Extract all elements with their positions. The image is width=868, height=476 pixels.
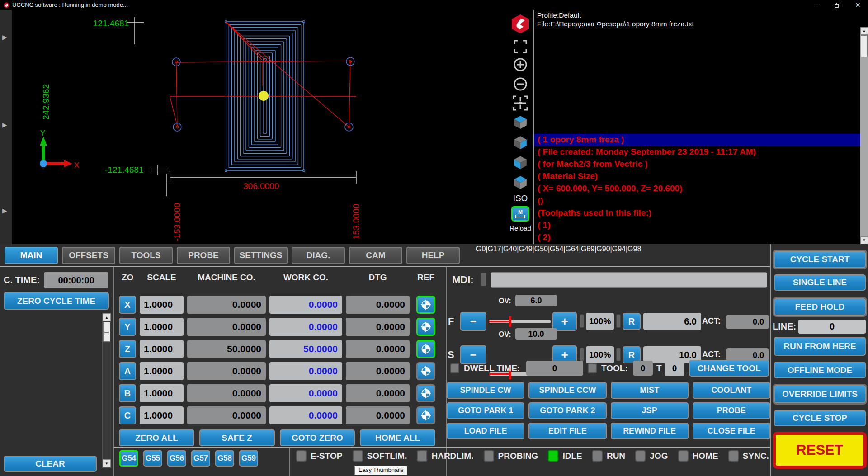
spindle-override-minus-button[interactable]: −	[460, 345, 486, 364]
t-number-field[interactable]: 0	[665, 361, 684, 376]
feed-override-minus-button[interactable]: −	[460, 312, 486, 331]
view-left-cube-icon[interactable]	[513, 155, 528, 170]
g54-button[interactable]: G54	[119, 450, 138, 467]
scale-a-field[interactable]: 1.0000	[140, 362, 184, 380]
zero-z-button[interactable]: Z	[119, 340, 136, 358]
units-toggle-button[interactable]: M	[511, 206, 529, 222]
jsp-button[interactable]: JSP	[611, 402, 689, 419]
zero-x-button[interactable]: X	[119, 296, 136, 314]
tab-cam[interactable]: CAM	[349, 247, 402, 264]
edit-file-button[interactable]: EDIT FILE	[528, 423, 606, 439]
ref-c-button[interactable]	[416, 406, 435, 424]
zero-cycle-time-button[interactable]: ZERO CYCLE TIME	[4, 292, 109, 310]
clear-button[interactable]: CLEAR	[4, 456, 97, 472]
reload-button[interactable]: Reload	[509, 224, 531, 232]
zoom-fit-icon[interactable]	[514, 40, 527, 53]
view-right-cube-icon[interactable]	[513, 135, 528, 150]
iso-view-button[interactable]: ISO	[513, 193, 528, 203]
gcode-line[interactable]: ( X= 600.000, Y= 500.000, Z= 20.600)	[534, 183, 860, 195]
gcode-line[interactable]: (Toolpaths used in this file:)	[534, 207, 860, 219]
work-co-c-field[interactable]: 0.0000	[269, 406, 342, 424]
gcode-line[interactable]: ( File created: Monday September 23 2019…	[534, 146, 860, 158]
feed-value-field[interactable]: 6.0	[643, 313, 701, 330]
ref-x-button[interactable]	[416, 296, 435, 314]
toolpath-viewport[interactable]: ▶ ▶ ▶	[0, 10, 868, 244]
g59-button[interactable]: G59	[239, 450, 258, 467]
zoom-out-icon[interactable]	[513, 76, 528, 92]
minimize-button[interactable]: —	[807, 0, 827, 10]
flyout-arrow-icon[interactable]: ▶	[2, 207, 7, 214]
goto-zero-button[interactable]: GOTO ZERO	[280, 429, 355, 446]
work-co-y-field[interactable]: 0.0000	[269, 318, 342, 336]
tab-diag[interactable]: DIAG.	[292, 247, 345, 264]
gcode-scrollbar[interactable]: ▲ ▼	[860, 27, 868, 244]
gcode-line[interactable]: ( 2)	[534, 231, 860, 244]
center-view-icon[interactable]	[513, 95, 528, 111]
scroll-up-icon[interactable]: ▲	[860, 27, 868, 35]
g56-button[interactable]: G56	[167, 450, 186, 467]
ref-y-button[interactable]	[416, 318, 435, 336]
goto-park2-button[interactable]: GOTO PARK 2	[528, 402, 606, 419]
zero-b-button[interactable]: B	[119, 384, 136, 402]
tab-main[interactable]: MAIN	[5, 247, 58, 264]
tab-probe[interactable]: PROBE	[177, 247, 230, 264]
scale-b-field[interactable]: 1.0000	[140, 384, 184, 402]
scale-c-field[interactable]: 1.0000	[140, 406, 184, 424]
mist-button[interactable]: MIST	[611, 382, 689, 399]
gcode-listing[interactable]: ( 1 opory 8mm freza ) ( File created: Mo…	[534, 134, 860, 244]
cycle-start-button[interactable]: CYCLE START	[774, 251, 866, 268]
safe-z-button[interactable]: SAFE Z	[199, 429, 275, 446]
line-number-field[interactable]: 0	[798, 320, 866, 334]
tool-number-field[interactable]: 0	[633, 361, 653, 376]
ref-b-button[interactable]	[416, 384, 435, 402]
gcode-line-current[interactable]: ( 1 opory 8mm freza )	[534, 134, 860, 146]
single-line-button[interactable]: SINGLE LINE	[774, 274, 866, 291]
g55-button[interactable]: G55	[143, 450, 162, 467]
ref-z-button[interactable]	[416, 340, 435, 358]
override-limits-button[interactable]: OVERRIDE LIMITS	[774, 385, 866, 403]
mdi-input[interactable]	[491, 272, 767, 288]
work-co-a-field[interactable]: 0.0000	[269, 362, 342, 380]
scale-x-field[interactable]: 1.0000	[140, 296, 184, 314]
g58-button[interactable]: G58	[215, 450, 234, 467]
zoom-in-icon[interactable]	[513, 57, 528, 72]
feed-100pct-button[interactable]: 100%	[586, 313, 614, 330]
scroll-down-icon[interactable]: ▼	[860, 236, 868, 244]
reset-button[interactable]: RESET	[773, 432, 867, 469]
toolpath-drawing[interactable]: 121.4681 242.9362 -121.4681 306.0000 -15…	[12, 10, 507, 244]
tab-offsets[interactable]: OFFSETS	[62, 247, 115, 264]
close-button[interactable]: ✕	[848, 0, 868, 10]
zero-y-button[interactable]: Y	[119, 318, 136, 336]
coolant-button[interactable]: COOLANT	[693, 382, 770, 399]
feed-reset-button[interactable]: R	[623, 313, 641, 330]
flyout-arrow-icon[interactable]: ▶	[2, 33, 7, 41]
work-co-z-field[interactable]: 50.0000	[269, 340, 342, 358]
gcode-line[interactable]: ( 1)	[534, 219, 860, 231]
tab-help[interactable]: HELP	[406, 247, 460, 264]
spindle-ccw-button[interactable]: SPINDLE CCW	[528, 382, 606, 399]
tab-settings[interactable]: SETTINGS	[234, 247, 288, 264]
offline-mode-button[interactable]: OFFLINE MODE	[774, 362, 866, 378]
zero-a-button[interactable]: A	[119, 362, 136, 380]
zero-all-button[interactable]: ZERO ALL	[119, 429, 194, 446]
spindle-cw-button[interactable]: SPINDLE CW	[447, 382, 524, 399]
spindle-100pct-button[interactable]: 100%	[586, 346, 614, 363]
change-tool-button[interactable]: CHANGE TOOL	[689, 360, 769, 377]
left-panel-scrollbar[interactable]: ▲ ▼	[102, 313, 111, 468]
home-all-button[interactable]: HOME ALL	[360, 429, 435, 446]
dwell-time-field[interactable]: 0	[526, 361, 583, 376]
restore-button[interactable]	[827, 0, 848, 10]
scroll-down-icon[interactable]: ▼	[103, 459, 111, 467]
rewind-file-button[interactable]: REWIND FILE	[611, 423, 689, 439]
slider-handle[interactable]	[509, 316, 511, 327]
feed-hold-button[interactable]: FEED HOLD	[774, 298, 866, 316]
view-top-cube-icon[interactable]	[513, 114, 528, 130]
run-from-here-button[interactable]: RUN FROM HERE	[774, 337, 866, 356]
work-co-x-field[interactable]: 0.0000	[269, 296, 342, 314]
scrollbar-thumb[interactable]	[103, 322, 110, 342]
zero-c-button[interactable]: C	[119, 406, 136, 424]
scroll-up-icon[interactable]: ▲	[103, 313, 111, 321]
cycle-stop-button[interactable]: CYCLE STOP	[774, 410, 866, 426]
scale-z-field[interactable]: 1.0000	[140, 340, 184, 358]
gcode-line[interactable]: ()	[534, 195, 860, 207]
